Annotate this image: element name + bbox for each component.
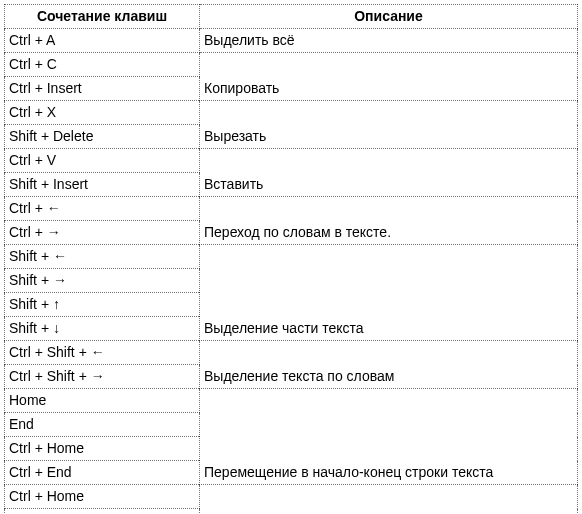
shortcut-cell: Shift + ←	[5, 245, 200, 269]
table-row: Ctrl + VВставить	[5, 149, 578, 173]
header-description: Описание	[200, 5, 578, 29]
shortcut-cell: Shift + Delete	[5, 125, 200, 149]
shortcut-cell: Ctrl + Shift + →	[5, 365, 200, 389]
shortcut-cell: End	[5, 413, 200, 437]
shortcut-cell: Ctrl + End	[5, 509, 200, 515]
shortcut-cell: Ctrl + A	[5, 29, 200, 53]
shortcut-cell: Ctrl + V	[5, 149, 200, 173]
shortcut-cell: Ctrl + Insert	[5, 77, 200, 101]
description-cell: Переход по словам в тексте.	[200, 197, 578, 245]
description-cell: Вырезать	[200, 101, 578, 149]
shortcut-cell: Ctrl + ←	[5, 197, 200, 221]
table-row: Ctrl + XВырезать	[5, 101, 578, 125]
description-cell: Копировать	[200, 53, 578, 101]
shortcut-cell: Shift + ↑	[5, 293, 200, 317]
table-row: Ctrl + Shift + ←Выделение текста по слов…	[5, 341, 578, 365]
table-row: Ctrl + AВыделить всё	[5, 29, 578, 53]
shortcut-table: Сочетание клавиш Описание Ctrl + AВыдели…	[4, 4, 578, 514]
description-cell: Выделить всё	[200, 29, 578, 53]
description-cell: Перемещение в начало-конец документа	[200, 485, 578, 515]
shortcut-cell: Home	[5, 389, 200, 413]
description-cell: Перемещение в начало-конец строки текста	[200, 389, 578, 485]
shortcut-cell: Ctrl + Shift + ←	[5, 341, 200, 365]
description-cell: Вставить	[200, 149, 578, 197]
shortcut-cell: Shift + Insert	[5, 173, 200, 197]
description-cell: Выделение текста по словам	[200, 341, 578, 389]
shortcut-cell: Shift + ↓	[5, 317, 200, 341]
table-row: Ctrl + ←Переход по словам в тексте.	[5, 197, 578, 221]
description-cell: Выделение части текста	[200, 245, 578, 341]
table-row: Ctrl + CКопировать	[5, 53, 578, 77]
table-row: HomeПеремещение в начало-конец строки те…	[5, 389, 578, 413]
header-shortcut: Сочетание клавиш	[5, 5, 200, 29]
table-row: Shift + ←Выделение части текста	[5, 245, 578, 269]
shortcut-cell: Ctrl + C	[5, 53, 200, 77]
shortcut-cell: Ctrl + End	[5, 461, 200, 485]
shortcut-cell: Ctrl + →	[5, 221, 200, 245]
shortcut-cell: Ctrl + X	[5, 101, 200, 125]
shortcut-cell: Ctrl + Home	[5, 437, 200, 461]
table-row: Ctrl + HomeПеремещение в начало-конец до…	[5, 485, 578, 509]
shortcut-cell: Ctrl + Home	[5, 485, 200, 509]
shortcut-cell: Shift + →	[5, 269, 200, 293]
